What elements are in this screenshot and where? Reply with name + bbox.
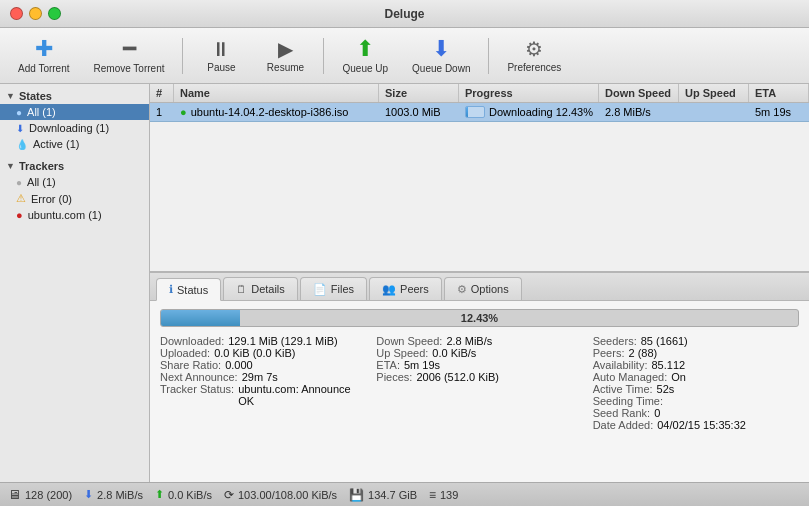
overall-progress-text: 12.43% <box>461 312 498 324</box>
trackers-header-label: Trackers <box>19 160 64 172</box>
table-row[interactable]: 1 ● ubuntu-14.04.2-desktop-i386.iso 1003… <box>150 103 809 122</box>
remove-torrent-label: Remove Torrent <box>94 63 165 74</box>
minimize-button[interactable] <box>29 7 42 20</box>
col2: Down Speed: 2.8 MiB/s Up Speed: 0.0 KiB/… <box>376 335 582 431</box>
titlebar-buttons <box>10 7 61 20</box>
titlebar-title: Deluge <box>384 7 424 21</box>
tab-bar: ℹ Status 🗒 Details 📄 Files 👥 Peers ⚙ <box>150 273 809 301</box>
down-icon: ⬇ <box>84 488 93 501</box>
tracker-status-value: ubuntu.com: Announce OK <box>238 383 366 407</box>
date-added-label: Date Added: <box>593 419 654 431</box>
disk-icon: 💾 <box>349 488 364 502</box>
down-value: 2.8 MiB/s <box>97 489 143 501</box>
statusbar-connections: 🖥 128 (200) <box>8 487 72 502</box>
sidebar-ubuntu-label: ubuntu.com (1) <box>28 209 102 221</box>
sidebar-item-trackers-all[interactable]: ● All (1) <box>0 174 149 190</box>
seed-rank-row: Seed Rank: 0 <box>593 407 799 419</box>
pause-icon: ⏸ <box>211 39 231 59</box>
tab-files[interactable]: 📄 Files <box>300 277 367 300</box>
preferences-icon: ⚙ <box>525 39 543 59</box>
tab-options[interactable]: ⚙ Options <box>444 277 522 300</box>
queue-up-button[interactable]: ⬆ Queue Up <box>332 34 398 78</box>
sidebar-item-active[interactable]: 💧 Active (1) <box>0 136 149 152</box>
next-announce-row: Next Announce: 29m 7s <box>160 371 366 383</box>
connections-value: 128 (200) <box>25 489 72 501</box>
tracker-status-row: Tracker Status: ubuntu.com: Announce OK <box>160 383 366 407</box>
sidebar-all-label: All (1) <box>27 106 56 118</box>
sidebar-trackers-error-label: Error (0) <box>31 193 72 205</box>
tab-status-icon: ℹ <box>169 283 173 296</box>
auto-managed-value: On <box>671 371 686 383</box>
sidebar-item-ubuntu[interactable]: ● ubuntu.com (1) <box>0 207 149 223</box>
down-speed-label: Down Speed: <box>376 335 442 347</box>
remove-torrent-button[interactable]: ━ Remove Torrent <box>84 34 175 78</box>
col-name: Name <box>174 84 379 102</box>
preferences-button[interactable]: ⚙ Preferences <box>497 35 571 77</box>
add-torrent-button[interactable]: ✚ Add Torrent <box>8 34 80 78</box>
resume-button[interactable]: ▶ Resume <box>255 35 315 77</box>
maximize-button[interactable] <box>48 7 61 20</box>
add-torrent-label: Add Torrent <box>18 63 70 74</box>
resume-icon: ▶ <box>278 39 293 59</box>
share-ratio-row: Share Ratio: 0.000 <box>160 359 366 371</box>
queue-down-icon: ⬇ <box>432 38 450 60</box>
eta-value: 5m 19s <box>404 359 440 371</box>
active-icon: 💧 <box>16 139 28 150</box>
eta-label: ETA: <box>376 359 400 371</box>
states-header-label: States <box>19 90 52 102</box>
col-eta: ETA <box>749 84 809 102</box>
active-time-value: 52s <box>657 383 675 395</box>
trackers-error-icon: ⚠ <box>16 192 26 205</box>
row-name-text: ubuntu-14.04.2-desktop-i386.iso <box>191 106 349 118</box>
col3: Seeders: 85 (1661) Peers: 2 (88) Availab… <box>593 335 799 431</box>
next-announce-value: 29m 7s <box>242 371 278 383</box>
share-ratio-value: 0.000 <box>225 359 253 371</box>
sidebar-item-trackers-error[interactable]: ⚠ Error (0) <box>0 190 149 207</box>
statusbar-down: ⬇ 2.8 MiB/s <box>84 488 143 501</box>
col-up-speed: Up Speed <box>679 84 749 102</box>
main-area: ▼ States ● All (1) ⬇ Downloading (1) 💧 A… <box>0 84 809 482</box>
toolbar-separator-2 <box>323 38 324 74</box>
status-content: 12.43% Downloaded: 129.1 MiB (129.1 MiB)… <box>150 301 809 482</box>
up-icon: ⬆ <box>155 488 164 501</box>
row-eta: 5m 19s <box>749 103 809 121</box>
tab-files-label: Files <box>331 283 354 295</box>
up-value: 0.0 KiB/s <box>168 489 212 501</box>
queue-value: 139 <box>440 489 458 501</box>
torrent-area: # Name Size Progress Down Speed Up Speed… <box>150 84 809 482</box>
states-section-header[interactable]: ▼ States <box>0 88 149 104</box>
seeders-label: Seeders: <box>593 335 637 347</box>
pause-button[interactable]: ⏸ Pause <box>191 35 251 77</box>
peers-value: 2 (88) <box>628 347 657 359</box>
sidebar-item-downloading[interactable]: ⬇ Downloading (1) <box>0 120 149 136</box>
statusbar-up: ⬆ 0.0 KiB/s <box>155 488 212 501</box>
tab-details[interactable]: 🗒 Details <box>223 277 298 300</box>
tab-peers[interactable]: 👥 Peers <box>369 277 442 300</box>
connections-icon: 🖥 <box>8 487 21 502</box>
row-name: ● ubuntu-14.04.2-desktop-i386.iso <box>174 103 379 121</box>
row-size: 1003.0 MiB <box>379 103 459 121</box>
peers-label: Peers: <box>593 347 625 359</box>
down-speed-row: Down Speed: 2.8 MiB/s <box>376 335 582 347</box>
up-speed-value: 0.0 KiB/s <box>432 347 476 359</box>
progress-fill <box>466 107 468 117</box>
tab-status[interactable]: ℹ Status <box>156 278 221 301</box>
up-speed-row: Up Speed: 0.0 KiB/s <box>376 347 582 359</box>
auto-managed-row: Auto Managed: On <box>593 371 799 383</box>
stats-grid: Downloaded: 129.1 MiB (129.1 MiB) Upload… <box>160 335 799 431</box>
queue-icon: ≡ <box>429 488 436 502</box>
tab-options-label: Options <box>471 283 509 295</box>
sidebar-item-all[interactable]: ● All (1) <box>0 104 149 120</box>
trackers-section-header[interactable]: ▼ Trackers <box>0 158 149 174</box>
peers-row: Peers: 2 (88) <box>593 347 799 359</box>
sidebar-downloading-label: Downloading (1) <box>29 122 109 134</box>
overall-progress-bar: 12.43% <box>160 309 799 327</box>
queue-down-button[interactable]: ⬇ Queue Down <box>402 34 480 78</box>
share-ratio-label: Share Ratio: <box>160 359 221 371</box>
seeding-time-label: Seeding Time: <box>593 395 663 407</box>
progress-bar <box>465 106 485 118</box>
close-button[interactable] <box>10 7 23 20</box>
ubuntu-icon: ● <box>16 209 23 221</box>
torrent-header: # Name Size Progress Down Speed Up Speed… <box>150 84 809 103</box>
col-progress: Progress <box>459 84 599 102</box>
